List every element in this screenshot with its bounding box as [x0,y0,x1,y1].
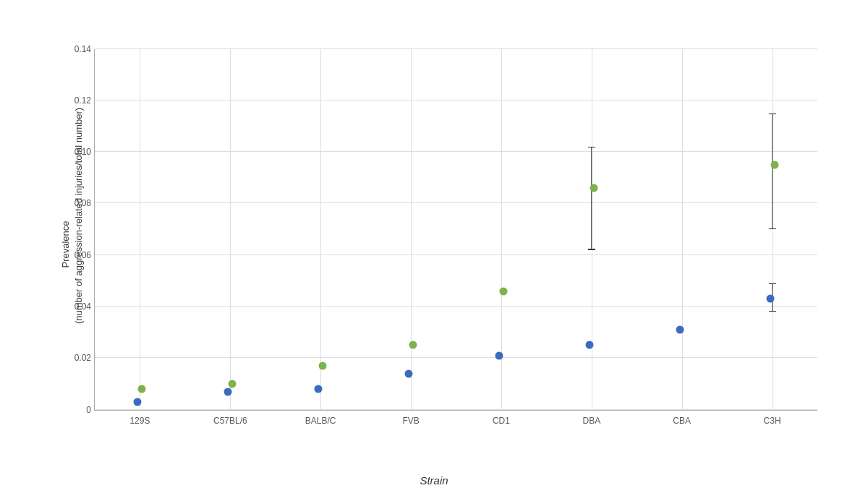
y-tick-label: 0.02 [75,353,91,363]
data-point [229,380,237,388]
y-tick-label: 0.14 [75,44,91,54]
x-tick-label: FVB [402,416,419,426]
data-point [409,341,417,349]
data-point [590,184,597,192]
data-point [585,341,593,349]
grid-line-v [230,49,231,410]
data-point [495,351,503,359]
grid-line-h [95,357,817,358]
y-tick-label: 0.06 [75,250,91,260]
x-tick-label: 129S [129,416,150,426]
grid-line-h [95,48,817,49]
data-point [315,385,323,393]
data-point [499,287,507,295]
grid-line-v [773,49,773,410]
x-tick-label: DBA [582,416,600,426]
grid-line-v [682,49,683,410]
data-point [676,326,684,334]
x-tick-label: BALB/C [305,416,336,426]
grid-line-h [95,306,817,307]
grid-line-h [95,100,817,100]
x-tick-label: C3H [764,416,781,426]
grid-line-h [95,202,817,203]
chart-container: Prevalence(number of aggression-related … [0,0,868,488]
grid-line-h [95,254,817,255]
y-tick-label: 0.08 [75,198,91,208]
grid-line-v [411,49,412,410]
y-axis-label: Prevalence(number of aggression-related … [59,165,85,324]
data-point [138,385,146,393]
grid-line-v [140,49,140,410]
grid-line-v [320,49,321,410]
y-tick-label: 0.12 [75,95,91,106]
x-tick-label: CBA [673,416,691,426]
data-point [224,388,232,395]
grid-line-h [95,409,817,410]
data-point [134,398,142,406]
x-axis-label: Strain [420,474,448,487]
y-tick-label: 0.10 [75,147,91,157]
plot-area: 00.020.040.060.080.100.120.14129SC57BL/6… [94,49,817,411]
data-point [770,160,778,168]
chart-wrapper: Prevalence(number of aggression-related … [36,35,832,454]
data-point [319,361,327,369]
y-tick-label: 0 [86,405,91,415]
data-point [766,295,774,303]
y-tick-label: 0.04 [75,301,91,312]
x-tick-label: C57BL/6 [213,416,247,426]
x-tick-label: CD1 [493,416,510,426]
data-point [405,369,413,377]
grid-line-h [95,151,817,152]
